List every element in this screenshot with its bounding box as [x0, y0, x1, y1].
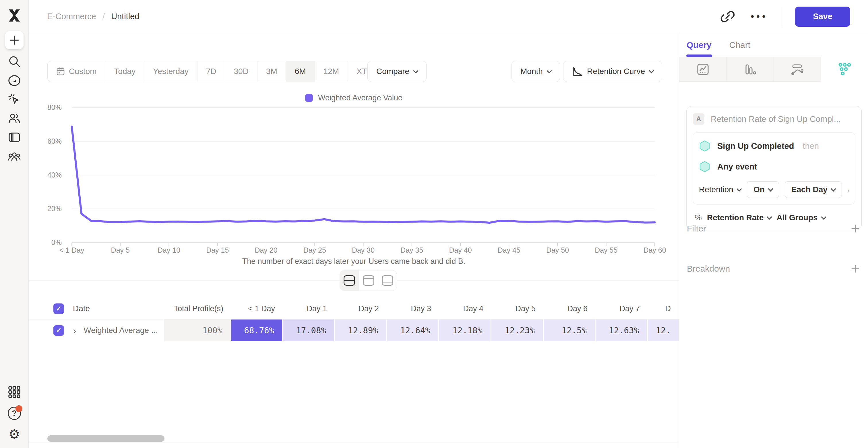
retention-value-cell[interactable]: 12.63%: [596, 319, 648, 341]
each-day-dropdown[interactable]: Each Day: [785, 181, 842, 198]
chevron-down-icon: [413, 68, 418, 73]
retention-value-cell[interactable]: 12.18%: [439, 319, 491, 341]
chevron-down-icon: [831, 186, 836, 191]
column-header[interactable]: Day 3: [387, 298, 439, 319]
date-column-header[interactable]: Date: [73, 304, 90, 313]
range-yesterday[interactable]: Yesterday: [144, 61, 197, 82]
retention-line-chart[interactable]: [46, 104, 670, 250]
range-custom[interactable]: Custom: [48, 61, 105, 82]
event-a-row[interactable]: Sign Up Completed then: [699, 140, 849, 152]
event-b-row[interactable]: Any event: [699, 161, 849, 173]
legend-label: Weighted Average Value: [318, 94, 402, 102]
x-tick-label: Day 10: [146, 246, 192, 254]
column-header[interactable]: Day 6: [544, 298, 596, 319]
horizontal-scrollbar-thumb[interactable]: [48, 436, 164, 442]
chart-caption: The number of exact days later your User…: [29, 257, 679, 266]
apps-grid-icon: [8, 386, 21, 399]
events-nav-button[interactable]: [5, 90, 24, 109]
metric-dropdown[interactable]: Retention Rate: [707, 213, 772, 222]
plus-icon: [9, 35, 19, 45]
boards-nav-button[interactable]: [5, 128, 24, 146]
select-all-checkbox[interactable]: ✓: [53, 304, 64, 314]
x-tick-label: Day 20: [243, 246, 289, 254]
report-retention-tab-active[interactable]: [821, 57, 868, 82]
column-header[interactable]: D: [648, 298, 679, 319]
retention-value-cell[interactable]: 17.08%: [283, 319, 335, 341]
retention-value-cell[interactable]: 12.23%: [491, 319, 544, 341]
range-6m-active[interactable]: 6M: [286, 61, 315, 82]
tab-query[interactable]: Query: [687, 40, 712, 50]
row-checkbox[interactable]: ✓: [53, 325, 64, 336]
report-insights-tab[interactable]: [679, 57, 727, 82]
percent-icon: %: [694, 213, 702, 222]
retention-value-cell[interactable]: 100%: [164, 319, 231, 341]
notification-badge: [16, 405, 22, 412]
chart-legend: Weighted Average Value: [29, 94, 679, 102]
gear-icon: ⚙: [8, 427, 20, 441]
calendar-icon: [56, 67, 65, 76]
range-3m[interactable]: 3M: [257, 61, 286, 82]
mixpanel-logo-icon: [8, 9, 21, 22]
retention-value-cell[interactable]: 68.76%: [231, 319, 283, 341]
row-expand-icon[interactable]: ›: [73, 325, 76, 335]
save-button[interactable]: Save: [795, 7, 850, 27]
groups-dropdown[interactable]: All Groups: [776, 213, 825, 222]
column-header[interactable]: Day 4: [439, 298, 491, 319]
retention-value-cell[interactable]: 12.89%: [335, 319, 387, 341]
advanced-dropdown[interactable]: Adv...: [848, 185, 849, 194]
retention-value-cell[interactable]: 12.: [648, 319, 679, 341]
copy-link-button[interactable]: [718, 7, 737, 26]
layout-toggle-group: [340, 270, 397, 291]
users-nav-button[interactable]: [5, 109, 24, 128]
report-flows-tab[interactable]: [774, 57, 821, 82]
x-tick-label: < 1 Day: [49, 246, 95, 254]
settings-button[interactable]: ⚙: [5, 425, 24, 443]
search-icon: [8, 55, 21, 68]
create-new-button[interactable]: [5, 31, 24, 49]
more-options-button[interactable]: •••: [750, 7, 768, 26]
top-bar: E-Commerce / Untitled ••• Save: [29, 0, 868, 33]
column-header[interactable]: Day 2: [335, 298, 387, 319]
search-nav-button[interactable]: [5, 52, 24, 71]
layout-table-only-button[interactable]: [378, 271, 397, 290]
column-header[interactable]: Day 7: [596, 298, 648, 319]
help-button[interactable]: ?: [5, 404, 24, 422]
layout-split-button[interactable]: [340, 271, 359, 290]
chevron-down-icon: [649, 68, 654, 73]
discover-nav-button[interactable]: [5, 71, 24, 90]
event-hexagon-icon: [699, 140, 710, 152]
column-header[interactable]: Total Profile(s): [164, 298, 231, 319]
cursor-click-icon: [8, 93, 21, 106]
bottom-pane-icon: [382, 275, 393, 286]
table-header-label-col: ✓ Date: [29, 298, 164, 319]
range-7d[interactable]: 7D: [197, 61, 225, 82]
cohorts-nav-button[interactable]: [5, 148, 24, 166]
column-header[interactable]: < 1 Day: [231, 298, 283, 319]
retention-type-dropdown[interactable]: Retention: [699, 185, 741, 194]
layout-chart-only-button[interactable]: [359, 271, 378, 290]
column-header[interactable]: Day 1: [283, 298, 335, 319]
tab-chart[interactable]: Chart: [730, 40, 750, 50]
column-header[interactable]: Day 5: [491, 298, 544, 319]
breadcrumb-project[interactable]: E-Commerce: [47, 12, 96, 21]
chart-type-dropdown[interactable]: Retention Curve: [563, 61, 662, 82]
mixpanel-logo[interactable]: [5, 6, 24, 25]
range-today[interactable]: Today: [105, 61, 144, 82]
table-row[interactable]: ✓ › Weighted Average ... 100%68.76%17.08…: [29, 319, 679, 341]
retention-value-cell[interactable]: 12.64%: [387, 319, 439, 341]
retention-value-cell[interactable]: 12.5%: [544, 319, 596, 341]
range-12m[interactable]: 12M: [315, 61, 348, 82]
add-filter-button[interactable]: [851, 224, 860, 233]
compare-button[interactable]: Compare: [367, 61, 427, 82]
breadcrumb-report-title[interactable]: Untitled: [111, 12, 139, 21]
y-tick-label: 80%: [33, 103, 62, 111]
query-title[interactable]: Retention Rate of Sign Up Compl...: [711, 114, 841, 124]
compass-icon: [8, 74, 21, 87]
y-tick-label: 40%: [33, 171, 62, 179]
apps-grid-button[interactable]: [5, 383, 24, 401]
add-breakdown-button[interactable]: [851, 264, 860, 273]
report-funnels-tab[interactable]: [727, 57, 774, 82]
on-dropdown[interactable]: On: [747, 181, 779, 198]
range-30d[interactable]: 30D: [225, 61, 257, 82]
granularity-dropdown[interactable]: Month: [512, 61, 560, 82]
